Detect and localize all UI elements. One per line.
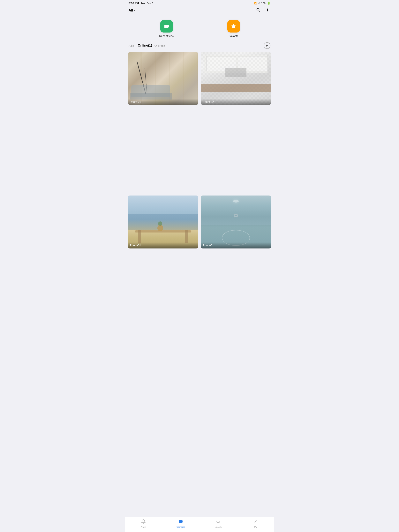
camera-2-label: Room-02 <box>201 99 271 105</box>
nav-icons <box>255 7 270 14</box>
battery-pct: 17% <box>261 2 266 5</box>
svg-point-8 <box>255 520 256 521</box>
all-dropdown[interactable]: All ▾ <box>129 8 135 13</box>
camera-card-2[interactable]: Room-02 <box>201 52 271 105</box>
top-nav: All ▾ <box>125 6 274 16</box>
my-icon <box>253 519 258 525</box>
search-tab-icon <box>216 519 220 525</box>
filter-tabs: All(6) Online(1) Offline(5) <box>125 42 274 51</box>
svg-marker-5 <box>266 44 268 47</box>
quick-actions: Recent view Favorite <box>125 16 274 42</box>
alarm-label: Alarm <box>141 526 146 528</box>
tab-my[interactable]: My <box>237 519 274 528</box>
filter-all[interactable]: All(6) <box>129 43 138 48</box>
camera-card-4[interactable]: Room-01 <box>201 196 271 248</box>
tab-bar: Alarm Cameras Search My <box>125 517 274 532</box>
svg-point-6 <box>217 520 219 523</box>
cameras-icon <box>179 519 183 525</box>
recent-view-action[interactable]: Recent view <box>159 20 174 38</box>
camera-card-1[interactable]: Room-01 <box>128 52 198 105</box>
filter-online[interactable]: Online(1) <box>138 43 154 48</box>
favorite-action[interactable]: Favorite <box>227 20 240 38</box>
recent-view-icon <box>160 20 173 32</box>
status-time: 3:56 PM <box>129 1 139 5</box>
battery-icon: 🔋 <box>267 1 270 5</box>
chevron-down-icon: ▾ <box>134 9 135 12</box>
all-label: All <box>129 8 133 13</box>
tab-alarm[interactable]: Alarm <box>125 519 162 528</box>
search-button[interactable] <box>255 7 261 14</box>
alarm-icon <box>141 519 146 525</box>
filter-offline[interactable]: Offline(5) <box>154 43 169 48</box>
cameras-label: Cameras <box>176 526 185 528</box>
add-button[interactable] <box>264 7 270 14</box>
favorite-icon <box>227 20 240 32</box>
search-label: Search <box>215 526 222 528</box>
recent-view-label: Recent view <box>159 34 174 38</box>
tab-cameras[interactable]: Cameras <box>162 519 200 528</box>
camera-1-label: Room-01 <box>128 99 198 105</box>
camera-card-3[interactable]: Room-01 <box>128 196 198 248</box>
camera-3-label: Room-01 <box>128 242 198 248</box>
status-date: Mon Jun 5 <box>141 2 153 5</box>
tab-search[interactable]: Search <box>200 519 237 528</box>
my-label: My <box>254 526 257 528</box>
location-icon: ⊙ <box>258 2 260 5</box>
wifi-icon: 📶 <box>254 2 257 5</box>
svg-marker-4 <box>231 24 236 29</box>
status-bar: 3:56 PM Mon Jun 5 📶 ⊙ 17% 🔋 <box>125 0 274 6</box>
favorite-label: Favorite <box>229 34 239 38</box>
play-all-button[interactable] <box>264 42 270 49</box>
status-icons: 📶 ⊙ 17% 🔋 <box>254 1 270 5</box>
camera-4-label: Room-01 <box>201 242 271 248</box>
camera-grid: Room-01 Room-02 <box>125 51 274 340</box>
svg-line-1 <box>259 11 260 12</box>
svg-line-7 <box>219 522 220 524</box>
